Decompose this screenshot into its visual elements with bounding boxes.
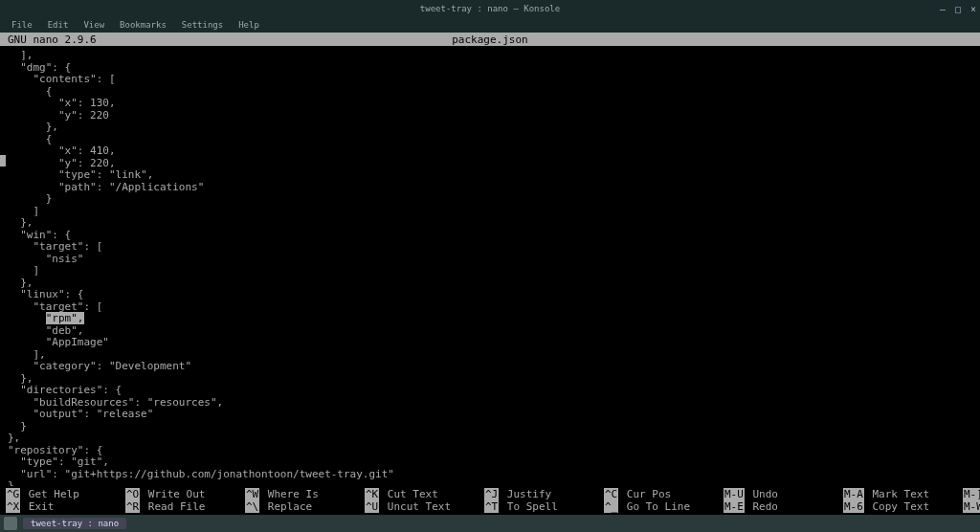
shortcut-key: ^O	[125, 488, 140, 500]
shortcut-key: M-A	[843, 488, 864, 500]
menu-bookmarks[interactable]: Bookmarks	[114, 18, 172, 32]
shortcut-key: M-E	[724, 500, 745, 513]
shortcut-key: ^G	[6, 488, 20, 500]
shortcut-label: Write Out	[142, 488, 205, 500]
shortcut-label: Replace	[261, 500, 312, 513]
menu-file[interactable]: File	[6, 18, 38, 32]
editor-line: "deb",	[8, 325, 972, 338]
editor-line: "url": "git+https://github.com/jonathont…	[8, 469, 972, 481]
shortcut-key: ^J	[484, 488, 499, 500]
editor-line: "type": "git",	[8, 456, 972, 469]
editor-line: "win": {	[8, 230, 972, 242]
menu-help[interactable]: Help	[233, 18, 265, 32]
shortcut-label: Mark Text	[866, 488, 929, 500]
editor-line: "directories": {	[8, 385, 972, 397]
shortcut-key: ^C	[604, 488, 618, 500]
editor-line: },	[8, 277, 972, 290]
nano-header: GNU nano 2.9.6 package.json	[0, 33, 980, 46]
shortcut-item: M-] To Bracket	[963, 488, 980, 500]
shortcut-label: Cut Text	[381, 488, 438, 500]
shortcut-key: M-6	[843, 500, 864, 513]
apps-menu-icon[interactable]	[4, 517, 17, 530]
shortcut-key: ^_	[604, 500, 618, 513]
taskbar-item[interactable]: tweet-tray : nano	[23, 518, 126, 529]
editor-line: ]	[8, 265, 972, 277]
shortcut-label: Uncut Text	[381, 500, 451, 513]
menubar: File Edit View Bookmarks Settings Help	[0, 17, 980, 33]
shortcut-item: ^R Read File	[125, 500, 245, 513]
shortcut-key: ^U	[365, 500, 379, 513]
shortcut-key: ^\	[245, 500, 259, 513]
shortcut-item: ^G Get Help	[6, 488, 125, 500]
shortcut-item: M-E Redo	[724, 500, 843, 513]
editor-line: }	[8, 421, 972, 433]
editor-line: },	[8, 217, 972, 230]
shortcut-row-2: ^X Exit^R Read File^\ Replace^U Uncut Te…	[6, 500, 974, 513]
editor-line: "output": "release"	[8, 409, 972, 421]
maximize-icon[interactable]: □	[955, 4, 961, 14]
shortcut-item: ^O Write Out	[125, 488, 245, 500]
editor-line: "y": 220	[8, 110, 972, 122]
shortcut-label: To Spell	[501, 500, 558, 513]
shortcut-item: ^J Justify	[484, 488, 604, 500]
shortcut-label: Redo	[746, 500, 778, 513]
editor-line: "AppImage"	[8, 337, 972, 349]
taskbar: tweet-tray : nano	[0, 515, 980, 532]
shortcut-item: M-A Mark Text	[843, 488, 963, 500]
shortcut-key: M-U	[724, 488, 745, 500]
shortcut-label: Read File	[142, 500, 205, 513]
editor-line: ],	[8, 50, 972, 62]
shortcut-key: ^W	[245, 488, 259, 500]
editor-line: "repository": {	[8, 445, 972, 457]
shortcut-item: ^\ Replace	[245, 500, 365, 513]
shortcut-label: Undo	[746, 488, 778, 500]
shortcut-label: Get Help	[22, 488, 79, 500]
shortcut-label: Cur Pos	[620, 488, 671, 500]
shortcut-item: ^C Cur Pos	[604, 488, 724, 500]
editor-line: "rpm",	[8, 313, 972, 325]
shortcut-key: ^X	[6, 500, 20, 513]
editor-line: "dmg": {	[8, 62, 972, 75]
editor-line: "target": [	[8, 241, 972, 254]
menu-view[interactable]: View	[78, 18, 110, 32]
shortcut-item: ^U Uncut Text	[365, 500, 484, 513]
editor-line: "type": "link",	[8, 169, 972, 182]
editor-line: }	[8, 193, 972, 206]
editor-line: "contents": [	[8, 74, 972, 86]
editor-area[interactable]: ], "dmg": { "contents": [ { "x": 130, "y…	[0, 46, 980, 486]
editor-line: },	[8, 373, 972, 386]
editor-line: },	[8, 122, 972, 134]
shortcut-item: M-W WhereIs Next	[963, 500, 980, 513]
editor-line: {	[8, 86, 972, 99]
shortcut-label: Copy Text	[866, 500, 929, 513]
shortcut-item: ^X Exit	[6, 500, 125, 513]
shortcut-label: Justify	[501, 488, 551, 500]
editor-line: "category": "Development"	[8, 361, 972, 373]
editor-line: ]	[8, 206, 972, 218]
editor-line: "x": 130,	[8, 98, 972, 110]
menu-settings[interactable]: Settings	[176, 18, 229, 32]
shortcut-label: Exit	[22, 500, 54, 513]
shortcut-item: ^K Cut Text	[365, 488, 484, 500]
text-cursor	[0, 155, 6, 166]
shortcut-label: Where Is	[261, 488, 319, 500]
shortcut-key: ^K	[365, 488, 379, 500]
window-controls: – □ ×	[940, 4, 976, 14]
shortcut-label: Go To Line	[620, 500, 690, 513]
shortcut-bar: ^G Get Help^O Write Out^W Where Is^K Cut…	[0, 486, 980, 515]
shortcut-item: ^_ Go To Line	[604, 500, 724, 513]
close-icon[interactable]: ×	[970, 4, 976, 14]
shortcut-item: ^T To Spell	[484, 500, 604, 513]
editor-line: "target": [	[8, 301, 972, 314]
window-titlebar: tweet-tray : nano — Konsole – □ ×	[0, 0, 980, 17]
menu-edit[interactable]: Edit	[42, 18, 75, 32]
editor-line: "linux": {	[8, 289, 972, 301]
editor-line: {	[8, 134, 972, 146]
shortcut-item: M-U Undo	[724, 488, 843, 500]
shortcut-key: ^T	[484, 500, 499, 513]
shortcut-key: M-]	[963, 488, 980, 500]
minimize-icon[interactable]: –	[940, 4, 946, 14]
shortcut-row-1: ^G Get Help^O Write Out^W Where Is^K Cut…	[6, 488, 974, 500]
editor-line: "path": "/Applications"	[8, 182, 972, 194]
window-title: tweet-tray : nano — Konsole	[0, 4, 980, 13]
